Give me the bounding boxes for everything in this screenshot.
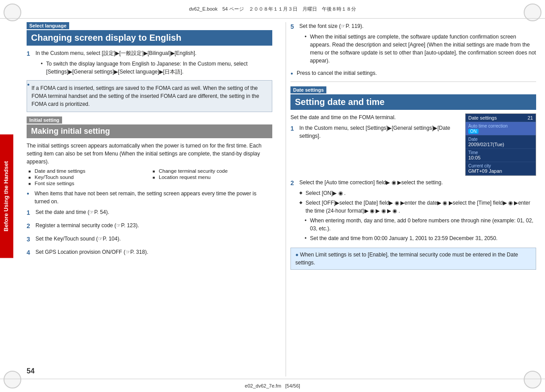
screenshot-value-1: 2009/02/17(Tue)	[468, 142, 533, 147]
initial-step-2-text: Register a terminal security code (☞P. 1…	[35, 221, 139, 229]
divider	[290, 82, 536, 82]
section-date-settings: Date settings Setting date and time Set …	[290, 86, 536, 270]
info-box-foma: If a FOMA card is inserted, settings are…	[27, 80, 272, 112]
date-step-2-bullet-1: Set the date and time from 00:00 January…	[305, 234, 536, 242]
footer-bar: e02_dv62_7e.fm [54/56]	[0, 379, 545, 392]
main-content: Select language Changing screen display …	[27, 22, 536, 376]
initial-setting-label: Initial setting	[27, 116, 62, 124]
screenshot-label-2: Time	[468, 150, 533, 155]
when-note: When items that have not been set remain…	[27, 190, 272, 206]
screenshot-value-3: GMT+09 Japan	[468, 168, 533, 174]
initial-setting-intro: The initial settings screen appears auto…	[27, 142, 272, 166]
header-text: dv62_E.book 54 ページ ２００８年１１月３日 月曜日 午後８時１８…	[189, 6, 356, 12]
sidebar-label: Before Using the Handset	[0, 134, 13, 258]
screenshot-value-2: 10:05	[468, 155, 533, 160]
initial-step-num-1: 1	[27, 208, 33, 219]
step-5: 5 Set the font size (☞P. 119). When the …	[290, 22, 536, 66]
screenshot-header: Date settings 21	[466, 114, 536, 122]
screenshot-label-3: Current city	[468, 163, 533, 168]
date-step-num-1: 1	[290, 124, 297, 143]
on-badge: ON	[468, 129, 478, 134]
step-1-bullet: To switch the display language from Engl…	[41, 60, 272, 76]
footer-left: e02_dv62_7e.fm	[245, 383, 281, 388]
initial-step-1-text: Set the date and time (☞P. 54).	[35, 208, 109, 216]
step-num-5: 5	[290, 22, 297, 66]
step-5-bullet: When the initial settings are complete, …	[305, 33, 536, 65]
step-1-select-language: 1 In the Custom menu, select [設定]▶[一般設定]…	[27, 49, 272, 78]
initial-setting-sq-list: Date and time settings Change terminal s…	[28, 168, 272, 186]
sq-item-2: Key/Touch sound	[28, 175, 148, 180]
step-1-content: In the Custom menu, select [設定]▶[一般設定]▶[…	[35, 49, 272, 78]
initial-step-num-3: 3	[27, 235, 33, 245]
date-settings-label: Date settings	[290, 86, 326, 93]
sq-item-1: Change terminal security code	[153, 168, 272, 174]
initial-step-3-text: Set the Key/Touch sound (☞P. 104).	[35, 235, 121, 243]
right-column: 5 Set the font size (☞P. 119). When the …	[286, 22, 536, 376]
step-5-text: Set the font size (☞P. 119).	[299, 22, 536, 30]
screenshot-title: Date settings	[468, 115, 497, 120]
initial-step-4: 4 Set GPS Location provision ON/OFF (☞P.…	[27, 248, 272, 259]
initial-step-num-2: 2	[27, 221, 33, 232]
sq-item-0: Date and time settings	[28, 168, 148, 174]
date-settings-intro-area: Set the date and time on the FOMA termin…	[290, 113, 536, 179]
screenshot-num: 21	[528, 115, 533, 120]
press-note: Press to cancel the initial settings.	[290, 69, 536, 77]
screenshot-value-0: ON	[468, 128, 533, 134]
section-initial-setting: Initial setting Making initial setting T…	[27, 116, 272, 259]
date-step-1: 1 In the Custom menu, select [Settings]▶…	[290, 124, 457, 143]
section-select-language: Select language Changing screen display …	[27, 22, 272, 112]
initial-step-num-4: 4	[27, 248, 33, 259]
date-settings-intro: Set the date and time on the FOMA termin…	[290, 113, 457, 121]
bottom-note-box: When Limit settings is set to [Enable], …	[290, 248, 536, 270]
step-5-content: Set the font size (☞P. 119). When the in…	[299, 22, 536, 66]
header-bar: dv62_E.book 54 ページ ２００８年１１月３日 月曜日 午後８時１８…	[0, 0, 545, 19]
screenshot-label-0: Auto time correction	[468, 124, 533, 128]
date-settings-heading: Setting date and time	[290, 94, 536, 110]
date-step-1-text: In the Custom menu, select [Settings]▶[G…	[299, 124, 457, 140]
footer-right: [54/56]	[285, 383, 300, 388]
date-settings-left-area: Set the date and time on the FOMA termin…	[290, 113, 457, 145]
sq-item-4: Font size settings	[28, 181, 148, 186]
date-step-2-content: Select the [Auto time correction] field▶…	[299, 179, 536, 244]
left-column: Select language Changing screen display …	[27, 22, 277, 376]
screenshot-row-1: Date 2009/02/17(Tue)	[466, 136, 536, 149]
screenshot-label-1: Date	[468, 137, 533, 142]
step-1-text: In the Custom menu, select [設定]▶[一般設定]▶[…	[35, 49, 272, 57]
screenshot-row-0: Auto time correction ON	[466, 122, 536, 136]
initial-setting-heading: Making initial setting	[27, 124, 272, 138]
screenshot-row-3: Current city GMT+09 Japan	[466, 162, 536, 175]
date-step-2-bullet-0: When entering month, day and time, add 0…	[305, 217, 536, 233]
date-step-2: 2 Select the [Auto time correction] fiel…	[290, 179, 536, 244]
select-language-label: Select language	[27, 22, 69, 29]
select-language-heading: Changing screen display to English	[27, 30, 272, 46]
sq-item-3: Location request menu	[153, 175, 272, 180]
step-num-1: 1	[27, 49, 33, 78]
date-step-2-text: Select the [Auto time correction] field▶…	[299, 179, 536, 186]
screenshot-row-2: Time 10:05	[466, 149, 536, 162]
initial-step-4-text: Set GPS Location provision ON/OFF (☞P. 3…	[35, 248, 148, 256]
initial-step-1: 1 Set the date and time (☞P. 54).	[27, 208, 272, 219]
diamond-0: Select [ON]▶ ◉ .	[299, 189, 536, 197]
initial-step-2: 2 Register a terminal security code (☞P.…	[27, 221, 272, 232]
diamond-1: Select [OFF]▶select the [Date] field▶ ◉ …	[299, 199, 536, 215]
date-settings-screenshot: Date settings 21 Auto time correction ON…	[465, 113, 536, 176]
date-step-num-2: 2	[290, 179, 297, 244]
initial-step-3: 3 Set the Key/Touch sound (☞P. 104).	[27, 235, 272, 245]
